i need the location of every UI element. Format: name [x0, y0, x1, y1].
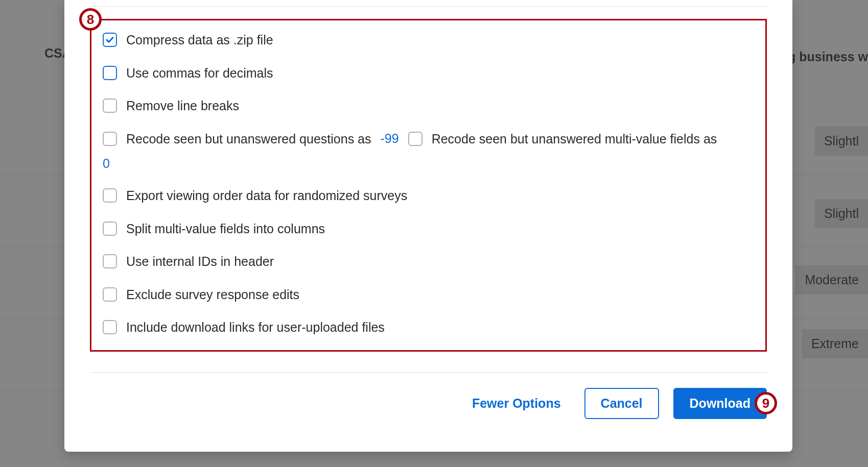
option-recode-row: Recode seen but unanswered questions as …: [103, 131, 754, 148]
modal-footer: Fewer Options Cancel Download 9: [90, 372, 767, 434]
option-label: Recode seen but unanswered questions as: [126, 131, 371, 148]
option-export-viewing-order[interactable]: Export viewing order data for randomized…: [103, 187, 754, 204]
option-label: Exclude survey response edits: [126, 286, 299, 303]
checkbox-remove-line-breaks[interactable]: [103, 99, 117, 113]
option-remove-line-breaks[interactable]: Remove line breaks: [103, 97, 754, 114]
export-options-modal: 8 Compress data as .zip file Use commas …: [64, 0, 792, 452]
divider: [90, 6, 767, 7]
checkbox-exclude-edits[interactable]: [103, 287, 117, 302]
option-label: Remove line breaks: [126, 97, 239, 114]
recode-multi-value[interactable]: 0: [103, 156, 754, 171]
option-exclude-edits[interactable]: Exclude survey response edits: [103, 286, 754, 303]
check-icon: [105, 35, 114, 44]
recode-unanswered-value[interactable]: -99: [381, 131, 399, 146]
option-label: Use internal IDs in header: [126, 253, 274, 270]
fewer-options-button[interactable]: Fewer Options: [463, 389, 570, 418]
checkbox-use-commas[interactable]: [103, 66, 117, 80]
option-use-commas[interactable]: Use commas for decimals: [103, 65, 754, 82]
checkbox-compress-zip[interactable]: [103, 33, 117, 47]
checkbox-recode-multi[interactable]: [408, 132, 423, 146]
option-label: Include download links for user-uploaded…: [126, 319, 385, 336]
annotation-badge-8: 8: [79, 8, 102, 31]
option-internal-ids[interactable]: Use internal IDs in header: [103, 253, 754, 270]
download-button[interactable]: Download 9: [673, 388, 767, 419]
checkbox-include-download-links[interactable]: [103, 320, 117, 334]
cancel-button[interactable]: Cancel: [584, 388, 659, 419]
option-label: Use commas for decimals: [126, 65, 273, 82]
option-label: Compress data as .zip file: [126, 32, 273, 48]
checkbox-internal-ids[interactable]: [103, 254, 117, 268]
checkbox-export-viewing-order[interactable]: [103, 188, 117, 203]
option-label: Split multi-value fields into columns: [126, 220, 325, 237]
annotation-badge-9: 9: [755, 392, 777, 414]
download-button-label: Download: [690, 396, 750, 410]
checkbox-recode-unanswered[interactable]: [103, 132, 117, 146]
more-options-section: 8 Compress data as .zip file Use commas …: [90, 19, 767, 352]
checkbox-split-multi-value[interactable]: [103, 222, 117, 236]
option-label: Export viewing order data for randomized…: [126, 187, 407, 204]
option-include-download-links[interactable]: Include download links for user-uploaded…: [103, 319, 754, 336]
option-compress-zip[interactable]: Compress data as .zip file: [103, 32, 754, 48]
option-split-multi-value[interactable]: Split multi-value fields into columns: [103, 220, 754, 237]
option-label: Recode seen but unanswered multi-value f…: [432, 131, 717, 148]
